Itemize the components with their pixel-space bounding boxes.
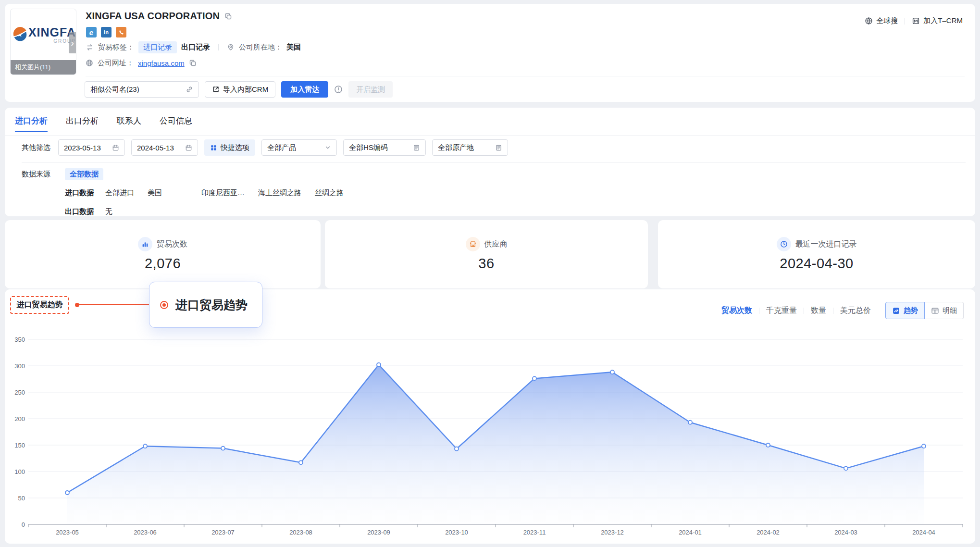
export-data-caption: 出口数据: [65, 207, 94, 216]
view-toggle-table[interactable]: 明细: [925, 302, 964, 319]
stat-label: 贸易次数: [157, 239, 187, 249]
quick-options-button[interactable]: 快捷选项: [204, 139, 255, 156]
phone-icon[interactable]: [116, 27, 126, 37]
svg-text:2024-01: 2024-01: [679, 529, 702, 536]
metric-link-0[interactable]: 贸易次数: [715, 306, 759, 316]
website-badge-icon[interactable]: e: [86, 27, 97, 37]
import-crm-button[interactable]: 导入内部CRM: [205, 81, 275, 98]
hs-code-select[interactable]: 全部HS编码: [343, 139, 426, 156]
import-source-item[interactable]: 印度尼西亚…: [201, 188, 245, 198]
tabs-divider: [5, 135, 975, 136]
tag-import-records[interactable]: 进口记录: [138, 41, 177, 53]
x-axis-labels: 2023-052023-062023-072023-082023-092023-…: [56, 529, 935, 536]
chevron-down-icon: [324, 144, 331, 151]
tabs-row: 进口分析出口分析联系人公司信息: [15, 115, 192, 132]
svg-text:2023-12: 2023-12: [601, 529, 624, 536]
tab-1[interactable]: 出口分析: [66, 115, 99, 132]
calendar-icon: [112, 144, 119, 151]
stat-card-clock: 最近一次进口记录 2024-04-30: [658, 220, 975, 288]
trade-trend-chart[interactable]: 050100150200250300350 2023-052023-062023…: [14, 337, 966, 544]
tag-export-records[interactable]: 出口记录: [181, 43, 210, 52]
company-header-card: XINGFA GROUP 相关图片(11) › XINGFA USA CORPO…: [5, 4, 975, 102]
export-data-value: 无: [105, 207, 112, 216]
metric-link-1[interactable]: 千克重量: [759, 306, 804, 316]
tab-2[interactable]: 联系人: [117, 115, 141, 132]
tab-3[interactable]: 公司信息: [160, 115, 192, 132]
svg-text:200: 200: [14, 415, 25, 423]
analysis-card: 进口分析出口分析联系人公司信息 其他筛选 2023-05-13 2024-05-…: [5, 108, 975, 216]
similar-companies-label: 相似公司名(23): [90, 85, 139, 94]
svg-text:0: 0: [22, 521, 25, 528]
join-tcrm-button[interactable]: 加入T–CRM: [912, 16, 963, 25]
svg-text:100: 100: [14, 468, 25, 475]
svg-text:2024-04: 2024-04: [912, 529, 935, 536]
tab-0[interactable]: 进口分析: [15, 115, 48, 132]
globe-icon: [86, 59, 93, 67]
stat-label: 供应商: [484, 239, 508, 249]
bar-chart-icon: [138, 237, 152, 251]
callout-text: 进口贸易趋势: [175, 297, 248, 313]
start-monitor-button[interactable]: 开启监测: [348, 81, 393, 98]
data-source-caption: 数据来源: [22, 170, 65, 179]
tcrm-icon: [912, 17, 920, 25]
trend-callout-tooltip: 进口贸易趋势: [149, 282, 262, 328]
origin-select[interactable]: 全部原产地: [432, 139, 508, 156]
y-axis-labels: 050100150200250300350: [14, 337, 25, 528]
svg-text:2023-06: 2023-06: [134, 529, 157, 536]
svg-text:2023-05: 2023-05: [56, 529, 79, 536]
info-icon[interactable]: [334, 85, 343, 94]
company-name: XINGFA USA CORPORATION: [86, 11, 220, 22]
linkedin-icon[interactable]: in: [101, 27, 112, 37]
view-toggle-trend[interactable]: 趋势: [885, 302, 925, 319]
import-source-item[interactable]: 海上丝绸之路: [258, 188, 301, 198]
clock-icon: [777, 237, 791, 251]
location-caption: 公司所在地：: [239, 43, 282, 52]
svg-text:250: 250: [14, 389, 25, 396]
svg-text:150: 150: [14, 442, 25, 449]
location-value: 美国: [286, 43, 301, 52]
svg-text:2023-10: 2023-10: [445, 529, 468, 536]
stat-value: 2,076: [145, 256, 181, 272]
global-search-icon: [865, 17, 873, 25]
filter-divider: [22, 162, 966, 163]
similar-companies-input[interactable]: 相似公司名(23): [85, 81, 199, 98]
svg-text:2024-03: 2024-03: [834, 529, 857, 536]
product-select[interactable]: 全部产品: [261, 139, 337, 156]
company-logo[interactable]: XINGFA GROUP 相关图片(11) ›: [10, 9, 76, 75]
metric-link-2[interactable]: 数量: [804, 306, 833, 316]
related-images-label[interactable]: 相关图片(11): [11, 60, 76, 75]
trend-chart-card: 进口贸易趋势 进口贸易趋势 贸易次数千克重量数量美元总价趋势明细 0501001…: [5, 289, 975, 544]
import-source-item[interactable]: 全部进口: [105, 188, 134, 198]
svg-text:350: 350: [14, 337, 25, 343]
header-divider: [86, 76, 965, 76]
trend-section-title: 进口贸易趋势: [10, 296, 69, 314]
import-source-item[interactable]: 美国: [148, 188, 162, 198]
xingfa-logo-icon: [13, 18, 27, 51]
divider: [905, 18, 905, 25]
svg-text:2023-08: 2023-08: [289, 529, 312, 536]
all-data-chip[interactable]: 全部数据: [65, 168, 103, 180]
import-source-item[interactable]: 丝绸之路: [315, 188, 344, 198]
website-link[interactable]: xingfausa.com: [138, 59, 185, 67]
trade-tags-caption: 贸易标签：: [98, 43, 134, 52]
date-from-input[interactable]: 2023-05-13: [58, 139, 125, 156]
copy-website-icon[interactable]: [189, 59, 197, 67]
logo-next-chevron-icon[interactable]: ›: [69, 32, 76, 53]
date-to-input[interactable]: 2024-05-13: [131, 139, 198, 156]
trend-icon: [892, 307, 900, 315]
stat-label: 最近一次进口记录: [795, 239, 857, 249]
divider: [218, 44, 219, 50]
stat-card-bar-chart: 贸易次数 2,076: [5, 220, 321, 288]
svg-text:2023-11: 2023-11: [523, 529, 546, 536]
svg-text:50: 50: [18, 495, 25, 502]
callout-ring-icon: [160, 301, 168, 309]
area-fill: [67, 365, 924, 524]
copy-company-name-icon[interactable]: [224, 12, 232, 20]
add-radar-button[interactable]: 加入雷达: [281, 81, 328, 98]
metric-link-3[interactable]: 美元总价: [833, 306, 878, 316]
svg-text:2023-07: 2023-07: [211, 529, 235, 536]
global-search-button[interactable]: 全球搜: [865, 16, 898, 25]
stat-value: 2024-04-30: [780, 256, 853, 272]
stat-value: 36: [478, 256, 494, 272]
svg-text:300: 300: [14, 362, 25, 370]
